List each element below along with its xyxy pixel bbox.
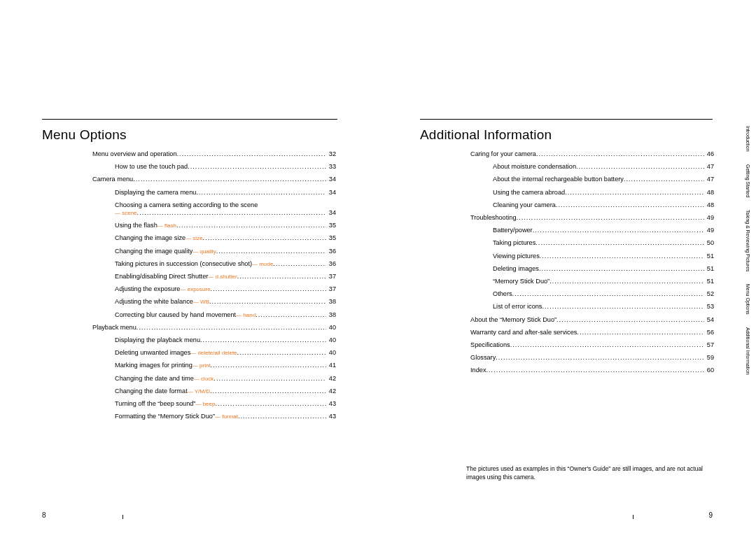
crop-mark-right bbox=[633, 515, 634, 519]
toc-label: Troubleshooting bbox=[470, 215, 517, 221]
toc-leader-dots bbox=[200, 337, 326, 343]
toc-entry: Troubleshooting49 bbox=[420, 215, 714, 221]
toc-entry: About the internal rechargeable button b… bbox=[420, 176, 714, 183]
toc-label: Adjusting the white balance bbox=[115, 299, 193, 305]
toc-entry: Formatting the “Memory Stick Duo” — form… bbox=[42, 413, 336, 420]
toc-leader-dots bbox=[237, 273, 326, 280]
toc-page-number: 34 bbox=[326, 176, 336, 183]
toc-right: Caring for your camera46About moisture c… bbox=[420, 151, 714, 374]
toc-page-number: 40 bbox=[326, 350, 336, 356]
toc-label: Glossary bbox=[470, 355, 496, 361]
toc-tag: — Y/M/D bbox=[188, 389, 210, 395]
toc-entry: Using the camera abroad48 bbox=[420, 190, 714, 196]
toc-label: About the “Memory Stick Duo” bbox=[470, 317, 556, 323]
toc-label: Camera menu bbox=[92, 176, 133, 183]
toc-label: Taking pictures bbox=[493, 240, 536, 246]
toc-page-number: 34 bbox=[326, 210, 336, 216]
toc-label: “Memory Stick Duo” bbox=[493, 278, 550, 285]
toc-entry: Adjusting the exposure — exposure 37 bbox=[42, 286, 336, 292]
toc-label: Deleting unwanted images bbox=[115, 350, 190, 356]
toc-label: Battery/power bbox=[493, 227, 533, 234]
side-tabs: IntroductionGetting StartedTaking & Revi… bbox=[718, 125, 750, 376]
toc-tag: — delete/all delete bbox=[190, 350, 237, 356]
toc-leader-dots bbox=[137, 210, 326, 216]
toc-page-number: 52 bbox=[704, 291, 714, 297]
toc-entry: “Memory Stick Duo”51 bbox=[420, 278, 714, 285]
toc-leader-dots bbox=[540, 253, 704, 260]
toc-page-number: 48 bbox=[704, 202, 714, 208]
toc-leader-dots bbox=[536, 240, 704, 246]
toc-page-number: 38 bbox=[326, 312, 336, 318]
toc-entry: List of error icons53 bbox=[420, 304, 714, 310]
toc-entry: Taking pictures50 bbox=[420, 240, 714, 246]
toc-page-number: 48 bbox=[704, 190, 714, 196]
toc-leader-dots bbox=[273, 261, 326, 267]
toc-page-number: 40 bbox=[326, 337, 336, 343]
side-tab: Introduction bbox=[718, 125, 750, 153]
toc-leader-dots bbox=[512, 291, 704, 297]
section-title-right: Additional Information bbox=[420, 127, 714, 143]
footnote: The pictures used as examples in this “O… bbox=[466, 464, 718, 482]
page-number-left: 8 bbox=[42, 511, 46, 519]
toc-tag: — quality bbox=[192, 249, 216, 255]
toc-tag: — hand bbox=[236, 313, 255, 318]
toc-page-number: 51 bbox=[704, 278, 714, 285]
toc-left: Menu overview and operation32How to use … bbox=[42, 151, 336, 420]
toc-label: List of error icons bbox=[493, 304, 542, 310]
toc-entry: Turning off the “beep sound” — beep 43 bbox=[42, 401, 336, 407]
toc-entry: — scene 34 bbox=[42, 210, 336, 216]
toc-page-number: 35 bbox=[326, 222, 336, 229]
toc-page-number: 51 bbox=[704, 253, 714, 260]
toc-label: Using the camera abroad bbox=[493, 190, 565, 196]
toc-label: About the internal rechargeable button b… bbox=[493, 176, 624, 183]
toc-page-number: 51 bbox=[704, 266, 714, 272]
toc-leader-dots bbox=[624, 176, 704, 183]
toc-leader-dots bbox=[211, 286, 326, 292]
toc-tag: — WB bbox=[193, 299, 209, 305]
top-rule-left bbox=[42, 119, 337, 120]
page-number-right: 9 bbox=[708, 511, 713, 519]
toc-label: Displaying the camera menu bbox=[115, 190, 196, 196]
toc-label: Changing the date and time bbox=[115, 376, 194, 382]
toc-entry: Viewing pictures51 bbox=[420, 253, 714, 260]
toc-page-number: 38 bbox=[326, 299, 336, 305]
toc-entry: Glossary59 bbox=[420, 355, 714, 361]
toc-label: Displaying the playback menu bbox=[115, 337, 200, 343]
toc-label: Enabling/disabling Direct Shutter bbox=[115, 273, 208, 280]
toc-leader-dots bbox=[176, 222, 326, 229]
toc-leader-dots bbox=[177, 151, 326, 157]
toc-label: Deleting images bbox=[493, 266, 539, 272]
toc-entry: Choosing a camera setting according to t… bbox=[42, 202, 336, 208]
toc-page-number: 34 bbox=[326, 190, 336, 196]
toc-entry: Deleting images51 bbox=[420, 266, 714, 272]
toc-page-number: 54 bbox=[704, 317, 714, 323]
left-content: Menu Options Menu overview and operation… bbox=[42, 127, 336, 426]
toc-label: Changing the image size bbox=[115, 235, 186, 241]
toc-leader-dots bbox=[210, 388, 326, 395]
crop-mark-left bbox=[122, 515, 123, 519]
toc-page-number: 43 bbox=[326, 413, 336, 420]
left-page: Menu Options Menu overview and operation… bbox=[0, 0, 378, 540]
side-tab: Taking & Reviewing Pictures bbox=[718, 208, 750, 273]
toc-leader-dots bbox=[215, 401, 326, 407]
toc-entry: Taking pictures in succession (consecuti… bbox=[42, 261, 336, 267]
toc-entry: Index60 bbox=[420, 367, 714, 374]
toc-label: Caring for your camera bbox=[470, 151, 536, 157]
toc-page-number: 57 bbox=[704, 342, 714, 348]
toc-label: Marking images for printing bbox=[115, 362, 192, 369]
toc-leader-dots bbox=[209, 299, 326, 305]
toc-label: About moisture condensation bbox=[493, 164, 576, 170]
toc-leader-dots bbox=[255, 312, 326, 318]
toc-tag: — beep bbox=[195, 402, 215, 407]
toc-entry: How to use the touch pad33 bbox=[42, 164, 336, 170]
toc-page-number: 43 bbox=[326, 401, 336, 407]
toc-leader-dots bbox=[486, 367, 704, 374]
toc-label: Changing the image quality bbox=[115, 248, 192, 255]
toc-label: Index bbox=[470, 367, 486, 374]
toc-leader-dots bbox=[188, 164, 326, 170]
toc-label: Using the flash bbox=[115, 222, 158, 229]
toc-page-number: 37 bbox=[326, 273, 336, 280]
top-rule-right bbox=[420, 119, 713, 120]
toc-page-number: 47 bbox=[704, 176, 714, 183]
side-tab: Menu Options bbox=[718, 283, 750, 316]
